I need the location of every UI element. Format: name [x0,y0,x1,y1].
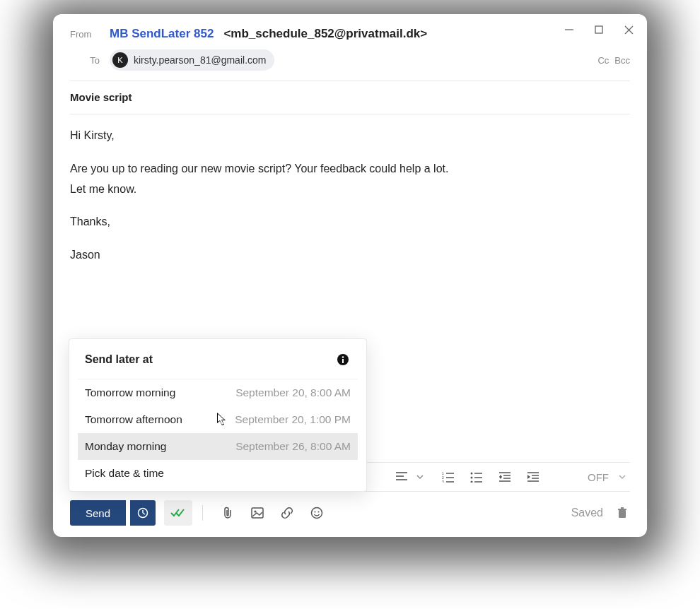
svg-marker-20 [499,475,502,477]
svg-rect-1 [595,26,602,33]
to-row: To K kirsty.pearson_81@gmail.com Cc Bcc [53,45,647,81]
svg-point-34 [254,510,256,512]
maximize-button[interactable] [593,24,605,35]
svg-rect-38 [619,510,626,518]
cc-button[interactable]: Cc [597,55,609,66]
svg-rect-43 [342,359,344,363]
send-later-option[interactable]: Monday morningSeptember 26, 8:00 AM [78,433,358,460]
from-name[interactable]: MB SendLater 852 [110,27,214,41]
info-icon[interactable] [335,352,351,367]
option-time: September 20, 1:00 PM [235,413,351,426]
svg-point-13 [471,473,473,475]
recipient-email: kirsty.pearson_81@gmail.com [134,54,266,66]
body-line2: Let me know. [70,181,630,199]
option-label: Tomorrow morning [85,386,175,399]
subject-row[interactable]: Movie script [70,81,630,114]
send-bar: Send [70,499,630,527]
bullet-list-icon[interactable] [469,469,484,485]
svg-point-37 [318,512,320,513]
svg-point-15 [471,481,473,483]
attachment-icon[interactable] [220,505,235,521]
formatting-off-label[interactable]: OFF [588,471,609,483]
svg-point-42 [342,356,344,358]
body-signature: Jason [70,247,630,264]
outdent-icon[interactable] [497,469,513,485]
option-label: Pick date & time [85,467,164,480]
svg-rect-39 [618,509,626,510]
from-label: From [70,29,100,40]
body-line1: Are you up to reading our new movie scri… [70,160,630,178]
cursor-icon [217,413,227,427]
trash-icon[interactable] [614,505,630,521]
from-email: <mb_schedule_852@privatmail.dk> [223,27,427,41]
recipient-chip[interactable]: K kirsty.pearson_81@gmail.com [110,49,274,71]
chevron-down-icon[interactable] [614,469,630,485]
compose-window: From MB SendLater 852 <mb_schedule_852@p… [53,14,647,537]
align-icon[interactable] [394,469,409,485]
option-label: Tomorrow afternoon [85,413,182,426]
option-time: September 26, 8:00 AM [235,440,351,453]
to-label: To [70,55,100,66]
svg-marker-21 [499,477,502,479]
subject-text: Movie script [70,91,132,103]
divider [202,505,203,521]
send-later-option[interactable]: Pick date & time [78,460,358,487]
numbered-list-icon[interactable]: 123 [441,469,456,485]
link-icon[interactable] [279,505,295,521]
avatar: K [112,52,128,68]
close-button[interactable] [623,24,634,35]
svg-point-35 [312,508,322,519]
option-label: Monday morning [85,440,166,453]
send-button[interactable]: Send [70,500,126,526]
svg-point-36 [315,512,316,513]
body-closing: Thanks, [70,213,630,231]
svg-marker-26 [527,475,530,479]
window-controls [564,24,634,35]
saved-label: Saved [571,507,603,519]
svg-point-14 [471,477,473,479]
body-greeting: Hi Kirsty, [70,127,630,145]
minimize-button[interactable] [564,24,575,35]
svg-line-32 [143,513,145,514]
image-icon[interactable] [250,505,265,521]
send-later-option[interactable]: Tomorrow morningSeptember 20, 8:00 AM [78,379,358,406]
from-row: From MB SendLater 852 <mb_schedule_852@p… [53,14,647,45]
popup-title: Send later at [85,353,153,366]
email-body[interactable]: Hi Kirsty, Are you up to reading our new… [53,114,647,264]
schedule-button[interactable] [130,500,156,526]
indent-icon[interactable] [525,469,541,485]
svg-rect-40 [621,507,624,509]
bcc-button[interactable]: Bcc [614,55,630,66]
svg-text:3: 3 [442,480,444,483]
emoji-icon[interactable] [309,505,325,521]
double-check-button[interactable] [164,500,192,526]
option-time: September 20, 8:00 AM [235,386,351,399]
chevron-down-icon[interactable] [412,469,428,485]
